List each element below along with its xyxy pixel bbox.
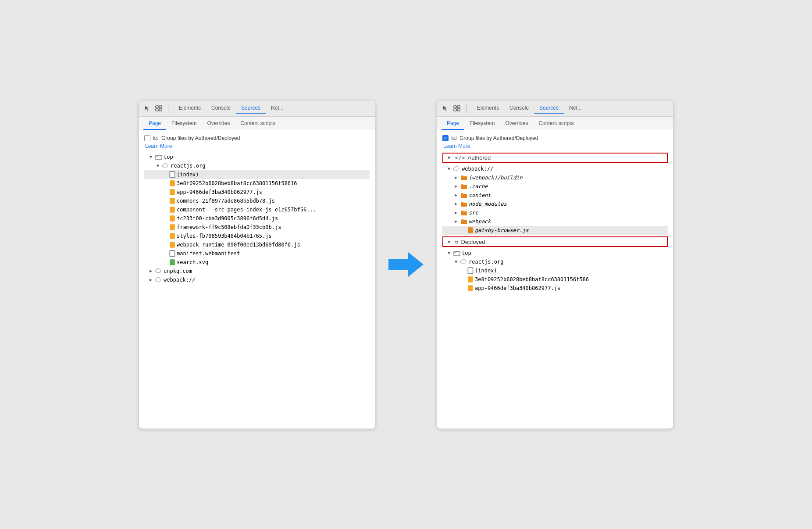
label-framework: framework-ff9c508ebfda0f33cb0b.js xyxy=(177,223,281,231)
tab-network-left[interactable]: Net... xyxy=(266,103,289,114)
tree-item-framework[interactable]: framework-ff9c508ebfda0f33cb0b.js xyxy=(144,223,370,232)
deployed-section-header[interactable]: ▫ Deployed xyxy=(442,236,668,247)
blue-arrow-svg xyxy=(388,252,424,277)
arrow-reactjsorg xyxy=(155,163,161,169)
file-commons-icon xyxy=(169,197,175,204)
left-group-checkbox[interactable] xyxy=(144,135,150,141)
subtab-overrides-right[interactable]: Overrides xyxy=(500,118,533,130)
toolbar-divider-right xyxy=(466,104,467,113)
file-component-icon xyxy=(169,206,175,213)
tree-item-webpack-url[interactable]: webpack:// xyxy=(144,275,370,284)
label-app-deployed: app-9466def3ba340b862977.js xyxy=(475,284,560,292)
label-commons: commons-21f8977ade868b5bdb78.js xyxy=(177,197,275,205)
left-group-files-row: 🜲 Group files by Authored/Deployed xyxy=(144,135,370,141)
tab-elements-left[interactable]: Elements xyxy=(174,103,206,114)
label-manifest: manifest.webmanifest xyxy=(177,250,240,257)
tab-sources-right[interactable]: Sources xyxy=(534,103,564,114)
arrow-empty-framework xyxy=(162,224,168,230)
subtab-page-right[interactable]: Page xyxy=(442,118,464,130)
tree-item-src[interactable]: src xyxy=(442,208,668,217)
tree-item-manifest[interactable]: manifest.webmanifest xyxy=(144,249,370,258)
tree-item-component[interactable]: component---src-pages-index-js-e1c657bf5… xyxy=(144,205,370,214)
svg-rect-5 xyxy=(170,172,175,178)
tree-item-webpack-runtime[interactable]: webpack-runtime-090f00ed13bd69fd80f0.js xyxy=(144,240,370,249)
arrow-authored xyxy=(446,155,452,161)
left-learn-more[interactable]: Learn More xyxy=(145,143,370,149)
tree-item-3e8f-deployed[interactable]: 3e8f09252b6028beb8baf8cc63801156f586 xyxy=(442,275,668,284)
file-framework-icon xyxy=(169,224,175,231)
file-app-deployed-icon xyxy=(467,285,474,292)
svg-rect-6 xyxy=(170,180,175,186)
arrow-unpkg xyxy=(148,268,154,274)
svg-rect-23 xyxy=(468,268,473,274)
folder-buildin-icon xyxy=(460,174,467,181)
tree-item-reactjsorg[interactable]: reactjs.org xyxy=(144,161,370,170)
tree-item-unpkg[interactable]: unpkg.com xyxy=(144,267,370,275)
left-devtools-panel: Elements Console Sources Net... Page Fil… xyxy=(139,100,375,429)
svg-marker-16 xyxy=(388,252,424,277)
cursor-icon-right[interactable] xyxy=(442,104,449,112)
tab-console-right[interactable]: Console xyxy=(504,103,534,114)
tree-item-webpack-folder[interactable]: webpack xyxy=(442,217,668,226)
tab-network-right[interactable]: Net... xyxy=(564,103,587,114)
svg-rect-13 xyxy=(170,242,175,248)
right-learn-more[interactable]: Learn More xyxy=(443,143,668,149)
arrow-empty-gatsby xyxy=(460,227,466,233)
arrow-empty-webpack-runtime xyxy=(162,242,168,248)
tree-item-gatsby-browser[interactable]: gatsby-browser.js xyxy=(442,226,668,235)
tab-sources-left[interactable]: Sources xyxy=(236,103,266,114)
tree-item-styles[interactable]: styles-fb708593b484b04b1765.js xyxy=(144,232,370,240)
file-manifest-icon xyxy=(169,250,175,257)
folder-top-icon xyxy=(155,154,162,161)
tree-item-search-svg[interactable]: search.svg xyxy=(144,258,370,267)
arrow-empty-commons xyxy=(162,198,168,204)
tree-item-content[interactable]: content xyxy=(442,191,668,200)
subtab-contentscripts-right[interactable]: Content scripts xyxy=(533,118,579,130)
tree-item-app-deployed[interactable]: app-9466def3ba340b862977.js xyxy=(442,284,668,293)
file-3e8f-deployed-icon xyxy=(467,276,474,283)
tree-item-webpack-buildin[interactable]: (webpack)/buildin xyxy=(442,173,668,182)
svg-rect-12 xyxy=(170,233,175,239)
tab-console-left[interactable]: Console xyxy=(206,103,236,114)
toolbar-divider xyxy=(168,104,168,113)
subtab-page-left[interactable]: Page xyxy=(143,118,166,130)
tree-item-3e8f[interactable]: 3e8f09252b6028beb8baf8cc63801156f58616 xyxy=(144,179,370,188)
arrow-webpack-url xyxy=(148,277,154,283)
cursor-icon[interactable] xyxy=(143,104,151,112)
tree-item-top-deployed[interactable]: top xyxy=(442,249,668,257)
arrow-empty-fc233 xyxy=(162,215,168,222)
tree-item-reactjsorg-deployed[interactable]: reactjs.org xyxy=(442,257,668,266)
svg-rect-2 xyxy=(156,109,158,111)
label-reactjsorg-deployed: reactjs.org xyxy=(469,258,503,266)
subtab-overrides-left[interactable]: Overrides xyxy=(202,118,235,130)
svg-rect-11 xyxy=(170,224,175,230)
tree-item-top[interactable]: top xyxy=(144,153,370,161)
arrow-empty-3e8f-deployed xyxy=(460,276,466,282)
svg-rect-14 xyxy=(170,250,175,257)
tree-item-commons[interactable]: commons-21f8977ade868b5bdb78.js xyxy=(144,197,370,205)
inspect-icon[interactable] xyxy=(155,104,163,112)
subtab-filesystem-left[interactable]: Filesystem xyxy=(166,118,202,130)
tree-item-fc233[interactable]: fc233f00-cba3d9005c3896f6d5d4.js xyxy=(144,214,370,223)
file-styles-icon xyxy=(169,232,175,239)
left-panel-content: 🜲 Group files by Authored/Deployed Learn… xyxy=(139,130,375,429)
left-tree: top reactjs.org (index) xyxy=(144,153,370,284)
cloud-webpack-url-icon xyxy=(155,276,162,283)
file-webpack-runtime-icon xyxy=(169,241,175,248)
right-group-checkbox[interactable] xyxy=(442,135,449,141)
subtab-filesystem-right[interactable]: Filesystem xyxy=(464,118,500,130)
tree-item-node-modules[interactable]: node_modules xyxy=(442,200,668,208)
tab-elements-right[interactable]: Elements xyxy=(472,103,504,114)
tree-item-index[interactable]: (index) xyxy=(144,170,370,179)
cloud-reactjsorg-icon xyxy=(162,162,169,169)
tree-item-cache[interactable]: .cache xyxy=(442,182,668,191)
tree-item-index-deployed[interactable]: (index) xyxy=(442,266,668,275)
tree-item-webpack-authored[interactable]: webpack:// xyxy=(442,164,668,173)
cloud-reactjsorg-deployed-icon xyxy=(460,258,467,265)
inspect-icon-right[interactable] xyxy=(453,104,461,112)
screenshot-container: Elements Console Sources Net... Page Fil… xyxy=(139,100,673,429)
svg-rect-20 xyxy=(457,109,460,111)
authored-section-header[interactable]: </> Authored xyxy=(442,153,668,163)
subtab-contentscripts-left[interactable]: Content scripts xyxy=(235,118,281,130)
tree-item-app[interactable]: app-9466def3ba340b862977.js xyxy=(144,188,370,197)
